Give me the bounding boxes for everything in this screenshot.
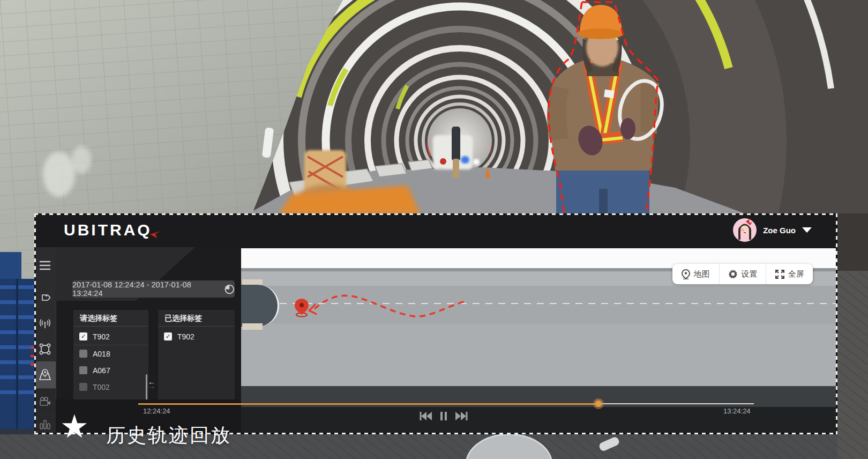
tag-checkbox[interactable]: ✓ (79, 350, 87, 358)
screenshot-canvas: UBITRAQ Zoe Guo (0, 0, 868, 459)
right-wall-strip (837, 213, 868, 459)
tag-row[interactable]: ✓ T002 (73, 379, 148, 395)
map-button[interactable]: 地图 (672, 264, 719, 284)
map-button-label: 地图 (694, 269, 710, 279)
tag-label: T002 (93, 383, 110, 391)
transfer-arrows[interactable]: ← → (146, 379, 158, 389)
sidebar-item-tags[interactable] (34, 284, 56, 312)
sidebar-item-stats[interactable] (34, 414, 56, 434)
ubitraq-app-window: UBITRAQ Zoe Guo (34, 213, 837, 434)
geofence-icon (39, 343, 51, 355)
tag-checkbox[interactable]: ✓ (79, 366, 87, 374)
trajectory-path (315, 295, 465, 316)
pause-icon[interactable] (440, 411, 447, 421)
selected-tags-panel: 已选择标签 ✓ T902 (158, 310, 235, 399)
tag-label: A018 (93, 350, 110, 358)
selection-border-left (34, 213, 36, 434)
tag-checkbox[interactable]: ✓ (164, 332, 172, 340)
star-icon: ★ (60, 411, 89, 443)
settings-button[interactable]: 设置 (719, 264, 766, 284)
date-range-picker[interactable]: 2017-01-08 12:24:24 - 2017-01-08 13:24:2… (72, 280, 235, 298)
blue-crates (0, 252, 36, 459)
menu-icon (39, 261, 51, 270)
tag-checkbox[interactable]: ✓ (79, 383, 87, 391)
user-menu[interactable]: Zoe Guo (733, 218, 812, 242)
selected-tags-title: 已选择标签 (158, 310, 235, 327)
camera-icon (39, 397, 51, 406)
check-icon: ✓ (166, 334, 170, 339)
settings-button-label: 设置 (742, 269, 758, 279)
selection-border-top (34, 213, 837, 215)
map-pin-icon (682, 269, 690, 279)
beacon-icon (39, 319, 51, 329)
fullscreen-button[interactable]: 全屏 (766, 264, 813, 284)
tag-row[interactable]: ✓ T902 (73, 328, 148, 345)
avatar[interactable] (733, 218, 757, 242)
sidebar (34, 247, 56, 434)
available-tags-title: 请选择标签 (73, 310, 148, 327)
stats-icon (39, 419, 51, 430)
tag-row[interactable]: ✓ A018 (73, 345, 148, 362)
user-name: Zoe Guo (763, 226, 796, 235)
tag-label: T902 (177, 332, 194, 341)
track-trajectory (241, 248, 509, 356)
logo-cursor-icon (149, 227, 162, 239)
selection-border-right (836, 213, 837, 434)
fullscreen-button-label: 全屏 (788, 269, 804, 279)
tag-icon (40, 292, 50, 303)
page-title: 历史轨迹回放 (106, 423, 231, 449)
tag-label: A067 (93, 366, 110, 375)
sidebar-item-menu[interactable] (34, 247, 56, 284)
track-map[interactable]: 地图 设置 全屏 (241, 248, 837, 434)
timeline-end-label: 13:24:24 (723, 407, 751, 415)
skip-back-icon[interactable] (419, 411, 432, 421)
location-pin-icon (295, 299, 309, 317)
fullscreen-icon (775, 270, 784, 279)
selected-tags-list: ✓ T902 (158, 327, 235, 345)
tag-row[interactable]: ✓ T902 (158, 328, 235, 345)
timeline-progress (138, 403, 598, 405)
tag-checkbox[interactable]: ✓ (79, 332, 87, 340)
timeline-start-label: 12:24:24 (143, 407, 170, 415)
logo-text: UBITRAQ (64, 221, 152, 239)
playback-controls (419, 411, 468, 421)
ubitraq-logo: UBITRAQ (64, 221, 162, 239)
clock-icon (225, 284, 235, 294)
timeline-slider[interactable] (138, 402, 754, 406)
tag-row[interactable]: ✓ A067 (73, 362, 148, 379)
skip-forward-icon[interactable] (455, 411, 468, 421)
timeline-handle[interactable] (593, 398, 604, 409)
date-range-text: 2017-01-08 12:24:24 - 2017-01-08 13:24:2… (72, 280, 220, 298)
sidebar-item-beacons[interactable] (34, 312, 56, 337)
sidebar-item-geofence[interactable] (34, 336, 56, 362)
app-header: UBITRAQ Zoe Guo (34, 213, 837, 247)
transfer-right-icon: → (146, 383, 158, 389)
sidebar-item-track-playback[interactable] (34, 361, 56, 389)
person-track-icon (39, 369, 51, 381)
gear-icon (728, 269, 738, 279)
check-icon: ✓ (81, 334, 86, 339)
sidebar-item-camera[interactable] (34, 388, 56, 415)
map-toolbar: 地图 设置 全屏 (672, 264, 813, 284)
tag-label: T902 (93, 332, 110, 341)
user-caret-icon[interactable] (802, 227, 812, 233)
